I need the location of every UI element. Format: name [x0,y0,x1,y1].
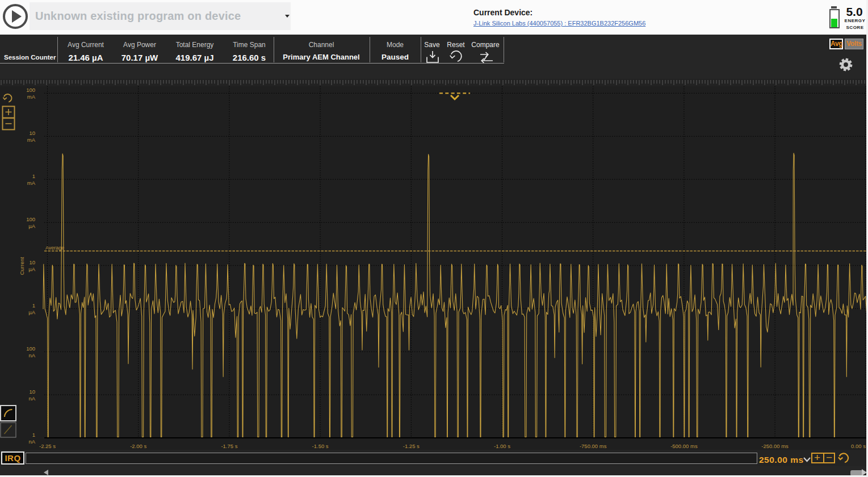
svg-text:mA: mA [27,94,36,100]
svg-text:-750.00 ms: -750.00 ms [580,443,607,449]
svg-text:100: 100 [26,216,35,222]
svg-text:µA: µA [28,266,35,272]
svg-text:µA: µA [28,309,35,315]
svg-text:-1.00 s: -1.00 s [494,443,510,449]
svg-text:nA: nA [28,438,35,445]
svg-text:10: 10 [29,389,35,395]
svg-text:10: 10 [29,130,35,136]
svg-text:µA: µA [28,223,35,229]
svg-text:100: 100 [26,87,35,93]
svg-text:Current: Current [19,257,25,275]
svg-text:-2.25 s: -2.25 s [39,443,56,449]
svg-text:1: 1 [32,432,35,438]
svg-text:1: 1 [32,173,35,179]
svg-text:-500.00 ms: -500.00 ms [670,443,698,449]
svg-text:Average: Average [45,245,64,251]
svg-text:-2.00 s: -2.00 s [130,443,146,449]
svg-text:1: 1 [32,302,35,309]
svg-text:-1.25 s: -1.25 s [403,443,420,449]
svg-text:0.00 s: 0.00 s [851,443,866,449]
svg-text:mA: mA [27,180,36,186]
svg-text:10: 10 [29,259,35,265]
svg-text:nA: nA [28,395,35,402]
svg-text:-1.75 s: -1.75 s [221,443,237,449]
svg-text:nA: nA [28,352,35,358]
svg-text:mA: mA [27,137,36,143]
svg-text:-1.50 s: -1.50 s [312,443,329,449]
svg-text:-250.00 ms: -250.00 ms [761,443,789,449]
svg-text:100: 100 [26,345,35,352]
